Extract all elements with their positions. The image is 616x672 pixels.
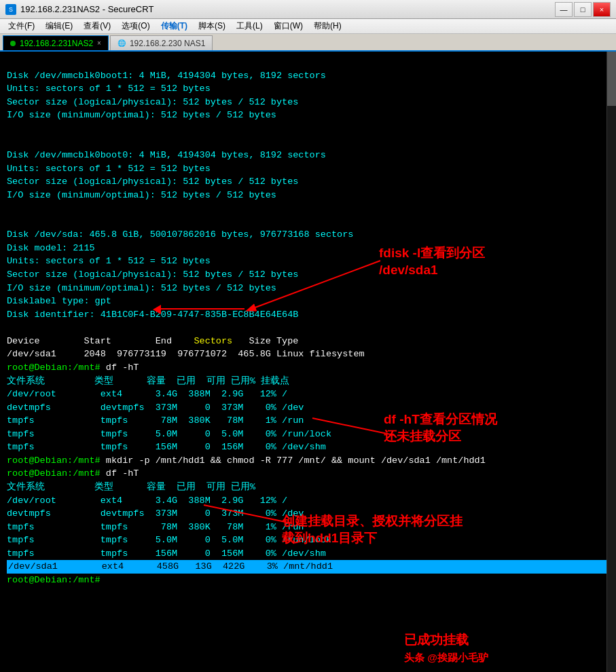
menu-transfer[interactable]: 传输(T) <box>156 19 193 33</box>
app-icon: S <box>5 4 16 15</box>
terminal-line: Disk identifier: 41B1C0F4-B209-4747-835B… <box>7 308 609 322</box>
terminal-line: tmpfs tmpfs 5.0M 0 5.0M 0% /run/lock <box>7 428 609 441</box>
terminal-line: devtmpfs devtmpfs 373M 0 373M 0% /dev <box>7 401 609 415</box>
terminal-line: Units: sectors of 1 * 512 = 512 bytes <box>7 82 609 96</box>
menu-edit[interactable]: 编辑(E) <box>40 19 78 33</box>
tab-nas1-label: 192.168.2.230 NAS1 <box>130 39 205 48</box>
maximize-button[interactable]: □ <box>574 2 592 17</box>
terminal-line: tmpfs tmpfs 156M 0 156M 0% /dev/shm <box>7 441 609 454</box>
tab-nas1[interactable]: 🌐 192.168.2.230 NAS1 <box>110 35 213 50</box>
terminal-area[interactable]: Disk /dev/mmcblk0boot1: 4 MiB, 4194304 b… <box>0 52 616 672</box>
scrollbar[interactable] <box>606 52 616 672</box>
terminal-line: I/O size (minimum/optimal): 512 bytes / … <box>7 189 609 202</box>
terminal-line: Units: sectors of 1 * 512 = 512 bytes <box>7 255 609 268</box>
terminal-line-highlighted: /dev/sda1 ext4 458G 13G 422G 3% /mnt/hdd… <box>7 560 609 574</box>
terminal-line: I/O size (minimum/optimal): 512 bytes / … <box>7 109 609 122</box>
terminal-line: Sector size (logical/physical): 512 byte… <box>7 175 609 189</box>
terminal-line: Sector size (logical/physical): 512 byte… <box>7 268 609 282</box>
terminal-line: root@Debian:/mnt# df -hT <box>7 361 609 375</box>
terminal-line: /dev/root ext4 3.4G 388M 2.9G 12% / <box>7 494 609 508</box>
menu-view[interactable]: 查看(V) <box>78 19 116 33</box>
terminal-line: /dev/sda1 2048 976773119 976771072 465.8… <box>7 348 609 361</box>
menu-window[interactable]: 窗口(W) <box>268 19 308 33</box>
terminal-line: tmpfs tmpfs 156M 0 156M 0% /dev/shm <box>7 547 609 561</box>
terminal-line: Disk /dev/sda: 465.8 GiB, 500107862016 b… <box>7 228 609 242</box>
window-controls[interactable]: — □ × <box>555 2 611 17</box>
terminal-line: Disklabel type: gpt <box>7 295 609 308</box>
terminal-line: root@Debian:/mnt# mkdir -p /mnt/hdd1 && … <box>7 454 609 468</box>
terminal-line: tmpfs tmpfs 78M 380K 78M 1% /run <box>7 414 609 428</box>
tab-nas2-label: 192.168.2.231NAS2 <box>20 39 93 48</box>
terminal-line: Units: sectors of 1 * 512 = 512 bytes <box>7 162 609 176</box>
tab-status-dot <box>10 41 16 46</box>
annotation-df: df -hT查看分区情况还未挂载分区 <box>384 411 497 445</box>
annotation-mounted: 已成功挂载头条 @挨踢小毛驴 <box>404 632 488 665</box>
terminal-line: Sector size (logical/physical): 512 byte… <box>7 96 609 109</box>
terminal-line <box>7 202 609 215</box>
annotation-mkdir: 创建挂载目录、授权并将分区挂载到hdd1目录下 <box>282 513 463 546</box>
menu-script[interactable]: 脚本(S) <box>193 19 231 33</box>
terminal-line: Disk /dev/mmcblk0boot0: 4 MiB, 4194304 b… <box>7 149 609 162</box>
title-bar: S 192.168.2.231NAS2 - SecureCRT — □ × <box>0 0 616 19</box>
terminal-prompt: root@Debian:/mnt# <box>7 574 609 587</box>
terminal-line: Disk /dev/mmcblk0boot1: 4 MiB, 4194304 b… <box>7 69 609 83</box>
terminal-line <box>7 321 609 335</box>
terminal-line: Device Start End Sectors Size Type <box>7 335 609 348</box>
minimize-button[interactable]: — <box>555 2 573 17</box>
terminal-line: I/O size (minimum/optimal): 512 bytes / … <box>7 282 609 295</box>
close-button[interactable]: × <box>593 2 611 17</box>
terminal-line: 文件系统 类型 容量 已用 可用 已用% <box>7 481 609 494</box>
terminal-line <box>7 135 609 149</box>
scrollbar-thumb[interactable] <box>607 52 616 106</box>
menu-file[interactable]: 文件(F) <box>3 19 40 33</box>
window-title: 192.168.2.231NAS2 - SecureCRT <box>20 4 555 14</box>
tab-bar: 192.168.2.231NAS2 × 🌐 192.168.2.230 NAS1 <box>0 34 616 52</box>
terminal-line <box>7 122 609 136</box>
tab-nas2-close[interactable]: × <box>97 39 101 47</box>
menu-help[interactable]: 帮助(H) <box>308 19 347 33</box>
annotation-fdisk: fdisk -l查看到分区/dev/sda1 <box>379 245 485 278</box>
arrow-line-1h <box>156 308 244 310</box>
menu-bar: 文件(F) 编辑(E) 查看(V) 选项(O) 传输(T) 脚本(S) 工具(L… <box>0 19 616 34</box>
menu-tools[interactable]: 工具(L) <box>231 19 268 33</box>
terminal-line: root@Debian:/mnt# df -hT <box>7 467 609 481</box>
terminal-line <box>7 215 609 229</box>
arrow-tip-1 <box>153 305 161 314</box>
terminal-line: Disk model: 2115 <box>7 242 609 255</box>
terminal-line: /dev/root ext4 3.4G 388M 2.9G 12% / <box>7 388 609 401</box>
menu-options[interactable]: 选项(O) <box>116 19 155 33</box>
terminal-line: 文件系统 类型 容量 已用 可用 已用% 挂载点 <box>7 375 609 388</box>
terminal-line <box>7 56 609 69</box>
tab-nas2[interactable]: 192.168.2.231NAS2 × <box>3 35 109 50</box>
